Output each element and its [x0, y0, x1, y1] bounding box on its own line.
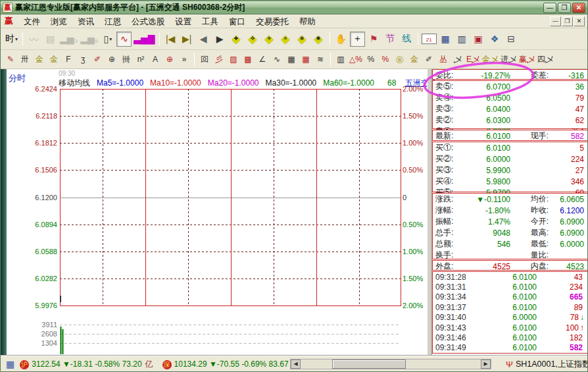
- mdi-close-button[interactable]: ✕: [574, 16, 585, 26]
- scrollbar-track[interactable]: [301, 359, 481, 369]
- volume-bars-button[interactable]: ▥: [334, 53, 347, 66]
- brush-tool-button[interactable]: ✐: [91, 53, 104, 66]
- f-grid-button[interactable]: F: [62, 53, 75, 66]
- menu-item-3[interactable]: 江恩: [99, 16, 126, 28]
- menu-item-0[interactable]: 文件: [18, 16, 45, 28]
- gold-circle-button[interactable]: ㊎: [393, 53, 406, 66]
- grid-black-button[interactable]: ▦: [285, 53, 298, 66]
- gann-diamond-1-button[interactable]: ◆✚: [229, 32, 244, 47]
- grid-red-button[interactable]: ▦: [299, 53, 312, 66]
- gold-grid-2-button[interactable]: 金: [47, 53, 61, 66]
- circle-grid-button[interactable]: ⊕: [105, 53, 118, 66]
- scroll-left-button[interactable]: ◀: [291, 359, 301, 369]
- close-button[interactable]: ✕: [572, 3, 585, 13]
- colored-volume-button[interactable]: ▃▅▇: [133, 32, 155, 47]
- zigzag-button[interactable]: ∿: [270, 53, 283, 66]
- mdi-restore-button[interactable]: ❐: [562, 16, 573, 26]
- save-button[interactable]: ▣: [471, 32, 486, 47]
- e-slash-button[interactable]: E乄: [466, 53, 480, 66]
- sell-row[interactable]: 卖⑤: 6.0700 36: [433, 81, 587, 92]
- print-button[interactable]: ⊟: [504, 32, 519, 47]
- info-doc-icon[interactable]: ▤: [43, 32, 58, 47]
- x-line-button[interactable]: 乄: [451, 53, 464, 66]
- buy-row[interactable]: 买④: 5.9800 346: [433, 176, 587, 187]
- gann-grid-fill-button[interactable]: ▩: [241, 53, 255, 66]
- buy-row[interactable]: 买③: 5.9900 27: [433, 165, 587, 176]
- a-tool-button[interactable]: A: [149, 53, 162, 66]
- parallel-lines-button[interactable]: ≋: [314, 53, 327, 66]
- sell-row[interactable]: 卖④: 6.0500 79: [433, 92, 587, 103]
- s-grid-button[interactable]: ʒ: [76, 53, 89, 66]
- gann-diamond-2-button[interactable]: ◆✜: [245, 32, 260, 47]
- panel-splitter[interactable]: [427, 69, 432, 355]
- calendar-status-icon[interactable]: ▦: [6, 359, 14, 369]
- percent-line-button[interactable]: %: [379, 53, 392, 66]
- price-col-label: 6.0894: [23, 221, 57, 228]
- hatch2-tool-button[interactable]: 卌: [120, 53, 133, 66]
- overflow-chevron-button[interactable]: »: [178, 53, 191, 66]
- gann-diamond-4-button[interactable]: ◆✳: [278, 32, 293, 47]
- calendar-button[interactable]: 21: [422, 34, 437, 44]
- gold-slash-button[interactable]: 金乄: [481, 53, 499, 66]
- chart-3min-icon[interactable]: ▂▅₃: [59, 32, 78, 47]
- mdi-minimize-button[interactable]: —: [550, 16, 561, 26]
- notepad-button[interactable]: ▥: [454, 32, 470, 47]
- mdi-controls: — ❐ ✕: [549, 16, 585, 26]
- minimize-button[interactable]: —: [543, 3, 556, 13]
- n-squared-button[interactable]: n²: [134, 53, 147, 66]
- stats-row: 涨幅: -1.80% 昨收: 6.1200: [433, 205, 587, 216]
- menu-item-9[interactable]: 帮助: [294, 16, 321, 28]
- red-circle-cross-button[interactable]: ⊕: [163, 53, 176, 66]
- candle-style-button[interactable]: ▯▾: [100, 32, 115, 47]
- gann-fan-button[interactable]: 彡: [212, 53, 226, 66]
- sell-row[interactable]: 卖②: 6.0300 62: [433, 115, 587, 126]
- menu-item-2[interactable]: 资讯: [72, 16, 99, 28]
- share-button[interactable]: ❖: [487, 32, 502, 47]
- calculator-button[interactable]: ▦: [438, 32, 453, 47]
- prev-bar-button[interactable]: ◀: [196, 32, 211, 47]
- menu-item-1[interactable]: 浏览: [45, 16, 72, 28]
- flag-note-button[interactable]: ⚑: [366, 32, 381, 47]
- line-tool-button[interactable]: 线: [399, 32, 414, 47]
- gann-fan-box-button[interactable]: ▨: [227, 53, 240, 66]
- period-button[interactable]: 时▾: [4, 32, 19, 47]
- gann-diamond-6-button[interactable]: ◆✺: [311, 32, 326, 47]
- buy-row[interactable]: 买②: 6.0000 224: [433, 153, 587, 165]
- square-select-button[interactable]: 回: [198, 53, 211, 66]
- last-bar-button[interactable]: ▶|: [180, 32, 195, 47]
- menu-item-5[interactable]: 设置: [170, 16, 197, 28]
- chart-9min-icon[interactable]: ▂▅₉: [80, 32, 99, 47]
- percent-button[interactable]: %: [364, 53, 378, 66]
- points-button[interactable]: 丛: [437, 53, 450, 66]
- win-slash-button[interactable]: 赢乄: [518, 53, 535, 66]
- gold-line-button[interactable]: 金: [408, 53, 421, 66]
- pen-tool-button[interactable]: ✎: [4, 53, 17, 66]
- gann-diamond-3-button[interactable]: ◆✛: [262, 32, 277, 47]
- hatch-tool-button[interactable]: 卅: [18, 53, 32, 66]
- horizontal-scrollbar[interactable]: ◀ ▶: [290, 359, 491, 369]
- jin-slash-button[interactable]: 进乄: [500, 53, 517, 66]
- next-bar-button[interactable]: ▶: [212, 32, 228, 47]
- gann-band-button[interactable]: 节: [383, 32, 398, 47]
- scrollbar-thumb[interactable]: [332, 359, 406, 369]
- stats-row: 振幅: 1.47% 今开: 6.0900: [433, 216, 587, 227]
- menu-item-4[interactable]: 公式选股: [126, 16, 170, 28]
- region-map-icon[interactable]: 〰: [26, 32, 41, 47]
- gold-grid-1-button[interactable]: 金: [33, 53, 46, 66]
- crosshair-button[interactable]: ＋: [350, 32, 365, 47]
- hand-pan-button[interactable]: ✋: [333, 32, 349, 47]
- percent-triangle-button[interactable]: △%: [349, 53, 363, 66]
- angle-line-button[interactable]: ∠: [256, 53, 269, 66]
- maximize-button[interactable]: ❐: [558, 3, 571, 13]
- menu-item-7[interactable]: 窗口: [224, 16, 251, 28]
- gann-diamond-5-button[interactable]: ◆❋: [295, 32, 310, 47]
- menu-item-8[interactable]: 交易委托: [251, 16, 294, 28]
- pencil-note-button[interactable]: ✐: [422, 53, 435, 66]
- sell-row[interactable]: 卖③: 6.0400 47: [433, 103, 587, 115]
- first-bar-button[interactable]: |◀: [163, 32, 178, 47]
- scroll-right-button[interactable]: ▶: [481, 359, 491, 369]
- si-slash-button[interactable]: 四乄: [537, 53, 554, 66]
- menu-item-6[interactable]: 工具: [197, 16, 224, 28]
- buy-row[interactable]: 买①: 6.0100 5: [433, 142, 587, 153]
- wave-tool-button[interactable]: ∿: [116, 32, 132, 47]
